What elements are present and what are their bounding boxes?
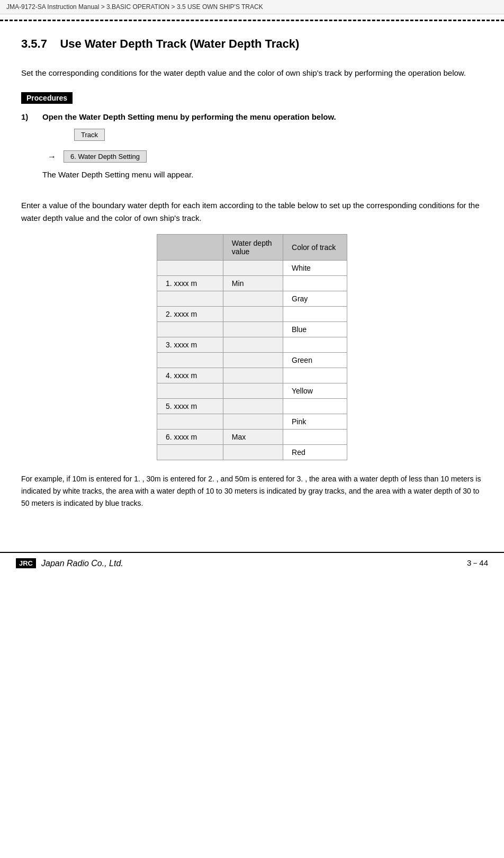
table-row: Yellow xyxy=(157,383,347,399)
footer: JRC Japan Radio Co., Ltd. 3－44 xyxy=(0,552,504,574)
table-row: 2. xxxx m xyxy=(157,307,347,322)
step-number: 1) xyxy=(21,112,42,192)
table-cell-depth xyxy=(223,337,283,353)
track-button[interactable]: Track xyxy=(74,129,105,141)
table-cell-depth xyxy=(223,445,283,460)
arrow-symbol: → xyxy=(48,152,56,162)
table-cell-depth: Min xyxy=(223,276,283,291)
table-cell-entry xyxy=(157,291,223,307)
jrc-label: JRC xyxy=(16,558,36,568)
table-cell-depth xyxy=(223,322,283,337)
table-cell-depth xyxy=(223,353,283,368)
table-cell-entry xyxy=(157,414,223,430)
table-cell-entry xyxy=(157,383,223,399)
table-cell-depth xyxy=(223,399,283,414)
table-cell-entry xyxy=(157,261,223,276)
table-cell-color xyxy=(283,307,347,322)
table-cell-entry: 4. xxxx m xyxy=(157,368,223,383)
table-cell-entry xyxy=(157,353,223,368)
table-cell-entry xyxy=(157,445,223,460)
table-row: 4. xxxx m xyxy=(157,368,347,383)
table-cell-color xyxy=(283,430,347,445)
table-cell-entry: 6. xxxx m xyxy=(157,430,223,445)
table-row: 3. xxxx m xyxy=(157,337,347,353)
intro-text: Set the corresponding conditions for the… xyxy=(21,67,483,79)
table-header-color: Color of track xyxy=(283,235,347,261)
table-cell-entry: 1. xxxx m xyxy=(157,276,223,291)
breadcrumb: JMA-9172-SA Instruction Manual > 3.BASIC… xyxy=(0,0,504,14)
table-cell-color-blue: Blue xyxy=(283,322,347,337)
section-heading: Use Water Depth Track (Water Depth Track… xyxy=(60,37,299,50)
company-name: Japan Radio Co., Ltd. xyxy=(41,559,123,568)
table-cell-depth xyxy=(223,291,283,307)
table-row: 1. xxxx m Min xyxy=(157,276,347,291)
table-cell-depth xyxy=(223,261,283,276)
step-content: Open the Water Depth Setting menu by per… xyxy=(42,112,483,192)
table-header-depth: Water depthvalue xyxy=(223,235,283,261)
table-row: Pink xyxy=(157,414,347,430)
table-cell-color-red: Red xyxy=(283,445,347,460)
procedures-badge: Procedures xyxy=(21,92,73,104)
table-row: Gray xyxy=(157,291,347,307)
table-row: Red xyxy=(157,445,347,460)
example-text: For example, if 10m is entered for 1. , … xyxy=(21,473,483,510)
menu-arrow-row: → 6. Water Depth Setting xyxy=(48,150,483,163)
section-number: 3.5.7 xyxy=(21,37,47,50)
table-cell-depth xyxy=(223,383,283,399)
table-cell-entry xyxy=(157,322,223,337)
depth-table-wrapper: Water depthvalue Color of track White 1.… xyxy=(21,234,483,473)
table-row: White xyxy=(157,261,347,276)
table-row: 6. xxxx m Max xyxy=(157,430,347,445)
table-cell-color-yellow: Yellow xyxy=(283,383,347,399)
table-cell-color xyxy=(283,276,347,291)
table-cell-depth xyxy=(223,368,283,383)
table-cell-entry: 5. xxxx m xyxy=(157,399,223,414)
table-row: Green xyxy=(157,353,347,368)
enter-text: Enter a value of the boundary water dept… xyxy=(21,199,483,225)
table-row: 5. xxxx m xyxy=(157,399,347,414)
table-cell-depth xyxy=(223,414,283,430)
table-cell-color-green: Green xyxy=(283,353,347,368)
water-depth-setting-button[interactable]: 6. Water Depth Setting xyxy=(64,150,147,163)
table-cell-depth xyxy=(223,307,283,322)
depth-table: Water depthvalue Color of track White 1.… xyxy=(157,234,347,460)
table-header-empty xyxy=(157,235,223,261)
table-cell-entry: 2. xxxx m xyxy=(157,307,223,322)
table-cell-color-pink: Pink xyxy=(283,414,347,430)
table-cell-color xyxy=(283,337,347,353)
table-cell-color xyxy=(283,368,347,383)
procedure-step-1: 1) Open the Water Depth Setting menu by … xyxy=(21,112,483,192)
footer-logo: JRC Japan Radio Co., Ltd. xyxy=(16,558,123,568)
table-row: Blue xyxy=(157,322,347,337)
table-cell-entry: 3. xxxx m xyxy=(157,337,223,353)
table-cell-color-white: White xyxy=(283,261,347,276)
table-cell-color-gray: Gray xyxy=(283,291,347,307)
table-cell-depth: Max xyxy=(223,430,283,445)
appear-text: The Water Depth Setting menu will appear… xyxy=(42,170,483,179)
section-title: 3.5.7 Use Water Depth Track (Water Depth… xyxy=(21,37,483,51)
table-cell-color xyxy=(283,399,347,414)
step-heading: Open the Water Depth Setting menu by per… xyxy=(42,112,483,121)
page-number: 3－44 xyxy=(467,558,488,568)
